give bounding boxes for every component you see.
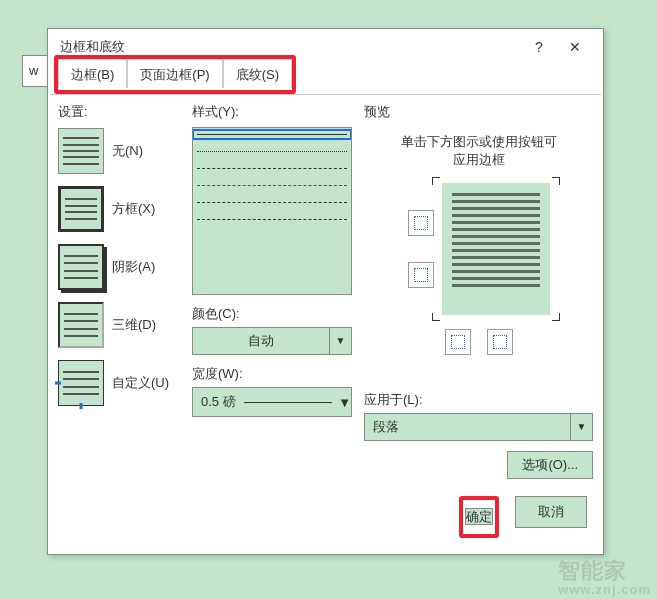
cancel-button[interactable]: 取消 [515,496,587,528]
setting-none[interactable]: 无(N) [58,127,180,175]
width-value: 0.5 磅 [193,393,244,411]
dialog-title: 边框和底纹 [60,38,521,56]
settings-column: 设置: 无(N) 方框(X) 阴影(A) [58,103,180,496]
style-option-solid[interactable] [197,134,347,135]
apply-to-section: 应用于(L): 段落 ▼ [364,381,593,441]
ok-button[interactable]: 确定 [465,508,493,525]
color-combo[interactable]: 自动 ▼ [192,327,352,355]
apply-to-value: 段落 [365,418,570,436]
setting-shadow[interactable]: 阴影(A) [58,243,180,291]
preview-note: 单击下方图示或使用按钮可应用边框 [364,133,593,169]
settings-label: 设置: [58,103,180,121]
width-combo[interactable]: 0.5 磅 ▼ [192,387,352,417]
tab-shading[interactable]: 底纹(S) [223,59,292,88]
watermark: 智能家 www.znj.com [558,556,651,597]
chevron-down-icon: ▼ [338,395,351,410]
highlight-ok: 确定 [459,496,499,538]
chevron-down-icon: ▼ [570,414,592,440]
setting-box-icon [58,186,104,232]
style-option-dashdot[interactable] [197,219,347,220]
style-column: 样式(Y): 颜色(C): 自动 ▼ 宽度(W): 0.5 磅 ▼ [192,103,352,496]
setting-none-icon [58,128,104,174]
close-button[interactable]: ✕ [557,33,593,61]
setting-box-label: 方框(X) [112,200,155,218]
tabbar: 边框(B) 页面边框(P) 底纹(S) [50,65,601,95]
style-label: 样式(Y): [192,103,352,121]
color-value: 自动 [193,332,329,350]
options-button[interactable]: 选项(O)... [507,451,593,479]
apply-to-label: 应用于(L): [364,391,593,409]
tab-border[interactable]: 边框(B) [58,59,127,88]
setting-shadow-icon [58,244,104,290]
style-listbox[interactable] [192,127,352,295]
chevron-down-icon: ▼ [329,328,351,354]
style-option-dashed[interactable] [197,168,347,169]
dialog-footer: 确定 取消 [48,496,603,554]
setting-custom-label: 自定义(U) [112,374,169,392]
apply-to-combo[interactable]: 段落 ▼ [364,413,593,441]
border-top-toggle[interactable] [408,210,434,236]
setting-custom-icon [58,360,104,406]
style-option-dotted[interactable] [197,151,347,152]
border-left-toggle[interactable] [445,329,471,355]
setting-3d-label: 三维(D) [112,316,156,334]
setting-3d[interactable]: 三维(D) [58,301,180,349]
setting-custom[interactable]: 自定义(U) [58,359,180,407]
dialog-body: 设置: 无(N) 方框(X) 阴影(A) [48,95,603,496]
setting-none-label: 无(N) [112,142,143,160]
style-option-longdash[interactable] [197,202,347,203]
help-button[interactable]: ? [521,33,557,61]
setting-box[interactable]: 方框(X) [58,185,180,233]
tab-page-border[interactable]: 页面边框(P) [127,59,222,88]
highlight-tabs: 边框(B) 页面边框(P) 底纹(S) [54,55,296,94]
border-bottom-toggle[interactable] [408,262,434,288]
setting-shadow-label: 阴影(A) [112,258,155,276]
preview-area [364,183,593,315]
border-right-toggle[interactable] [487,329,513,355]
preview-column: 预览 单击下方图示或使用按钮可应用边框 应用于 [364,103,593,496]
preview-bottom-buttons [364,329,593,355]
width-label: 宽度(W): [192,365,352,383]
setting-3d-icon [58,302,104,348]
color-label: 颜色(C): [192,305,352,323]
borders-shading-dialog: 边框和底纹 ? ✕ 边框(B) 页面边框(P) 底纹(S) 设置: 无(N) 方… [47,28,604,555]
preview-label: 预览 [364,103,593,121]
preview-page[interactable] [442,183,550,315]
width-sample-line [244,402,332,403]
style-option-dash2[interactable] [197,185,347,186]
